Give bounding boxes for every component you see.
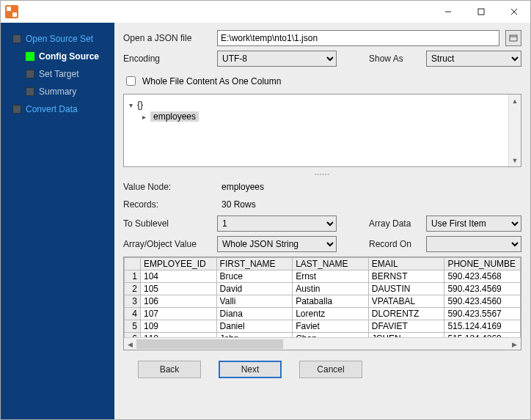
minimize-button[interactable] <box>431 1 464 23</box>
app-icon <box>5 5 18 18</box>
cell: DLORENTZ <box>368 308 444 320</box>
cell: Valli <box>216 295 293 308</box>
sublevel-label: To Sublevel <box>123 218 211 229</box>
value-node-value: employees <box>221 182 264 192</box>
row-number: 3 <box>125 295 141 308</box>
next-button[interactable]: Next <box>219 361 282 378</box>
back-button[interactable]: Back <box>138 361 201 378</box>
table-row[interactable]: 2105DavidAustinDAUSTIN590.423.4569 <box>125 283 521 295</box>
col-phone[interactable]: PHONE_NUMBE <box>444 258 521 270</box>
encoding-select[interactable]: UTF-8 <box>217 51 337 67</box>
close-button[interactable] <box>497 1 530 23</box>
table-row[interactable]: 4107DianaLorentzDLORENTZ590.423.5567 <box>125 308 521 320</box>
cell: 104 <box>141 270 217 283</box>
data-grid: EMPLOYEE_ID FIRST_NAME LAST_NAME EMAIL P… <box>123 257 521 350</box>
svg-rect-1 <box>478 9 484 15</box>
browse-button[interactable] <box>505 30 521 46</box>
records-label: Records: <box>123 199 221 210</box>
browse-icon <box>509 33 518 44</box>
cell: Lorentz <box>293 308 369 320</box>
app-window: Open Source Set Config Source Set Target… <box>0 0 531 420</box>
tree-node-employees[interactable]: employees <box>150 111 199 122</box>
scroll-left-icon[interactable]: ◀ <box>124 338 136 350</box>
step-config-source[interactable]: Config Source <box>5 48 110 65</box>
col-first-name[interactable]: FIRST_NAME <box>216 258 293 270</box>
step-summary[interactable]: Summary <box>5 83 110 100</box>
whole-file-label: Whole File Content As One Column <box>142 76 281 86</box>
wizard-sidebar: Open Source Set Config Source Set Target… <box>1 23 114 419</box>
scroll-down-icon[interactable]: ▼ <box>509 154 521 166</box>
table-row[interactable]: 5109DanielFavietDFAVIET515.124.4169 <box>125 320 521 333</box>
horizontal-scrollbar[interactable]: ◀ ▶ <box>124 337 521 350</box>
cell: Diana <box>216 308 293 320</box>
expand-icon[interactable]: ▸ <box>140 113 148 121</box>
step-open-source-set[interactable]: Open Source Set <box>5 30 110 48</box>
step-set-target[interactable]: Set Target <box>5 65 110 83</box>
json-tree[interactable]: ▾ {} ▸ employees ▲ ▼ <box>123 94 521 167</box>
cell: DFAVIET <box>368 320 444 333</box>
cell: BERNST <box>368 270 444 283</box>
tree-root-node[interactable]: {} <box>137 100 143 110</box>
row-number: 5 <box>125 320 141 333</box>
table-row[interactable]: 1104BruceErnstBERNST590.423.4568 <box>125 270 521 283</box>
scroll-thumb[interactable] <box>136 339 283 349</box>
cell: 105 <box>141 283 217 295</box>
cell: 590.423.4568 <box>444 270 521 283</box>
step-label: Summary <box>39 86 76 97</box>
cell: Pataballa <box>293 295 369 308</box>
cell: 109 <box>141 320 217 333</box>
open-file-label: Open a JSON file <box>123 33 211 43</box>
splitter[interactable]: ▪▪▪▪▪▪ <box>123 172 521 176</box>
cell: Bruce <box>216 270 293 283</box>
row-number: 4 <box>125 308 141 320</box>
row-number: 2 <box>125 283 141 295</box>
col-employee-id[interactable]: EMPLOYEE_ID <box>141 258 217 270</box>
whole-file-checkbox[interactable] <box>126 76 136 86</box>
encoding-label: Encoding <box>123 54 211 64</box>
cell: 590.423.4560 <box>444 295 521 308</box>
recordon-select[interactable] <box>426 236 521 252</box>
cell: 590.423.4569 <box>444 283 521 295</box>
table-row[interactable]: 3106ValliPataballaVPATABAL590.423.4560 <box>125 295 521 308</box>
value-node-label: Value Node: <box>123 182 221 192</box>
step-convert-data[interactable]: Convert Data <box>5 100 110 118</box>
step-label: Set Target <box>39 69 78 79</box>
table-header-row: EMPLOYEE_ID FIRST_NAME LAST_NAME EMAIL P… <box>125 258 521 270</box>
main-panel: Open a JSON file Encoding UTF-8 Show As … <box>114 23 530 419</box>
showas-label: Show As <box>369 54 420 64</box>
arraydata-label: Array Data <box>369 218 420 229</box>
cell: 590.423.5567 <box>444 308 521 320</box>
arrobj-select[interactable]: Whole JSON String <box>217 236 337 252</box>
titlebar <box>1 1 530 23</box>
recordon-label: Record On <box>369 239 420 249</box>
col-last-name[interactable]: LAST_NAME <box>293 258 369 270</box>
cell: Faviet <box>293 320 369 333</box>
maximize-button[interactable] <box>464 1 497 23</box>
col-email[interactable]: EMAIL <box>368 258 444 270</box>
table-corner <box>125 258 141 270</box>
cancel-button[interactable]: Cancel <box>299 361 362 378</box>
cell: 106 <box>141 295 217 308</box>
step-label: Open Source Set <box>26 34 93 44</box>
cell: David <box>216 283 293 295</box>
collapse-icon[interactable]: ▾ <box>127 101 135 109</box>
cell: 107 <box>141 308 217 320</box>
step-label: Config Source <box>39 51 99 62</box>
tree-scrollbar[interactable]: ▲ ▼ <box>508 95 521 166</box>
sublevel-select[interactable]: 1 <box>217 215 337 232</box>
arraydata-select[interactable]: Use First Item <box>426 215 521 232</box>
svg-rect-4 <box>510 35 517 41</box>
cell: 515.124.4169 <box>444 320 521 333</box>
records-value: 30 Rows <box>221 199 256 210</box>
showas-select[interactable]: Struct <box>426 51 521 67</box>
cell: VPATABAL <box>368 295 444 308</box>
step-label: Convert Data <box>26 104 78 114</box>
cell: Ernst <box>293 270 369 283</box>
arrobj-label: Array/Object Value <box>123 239 211 249</box>
scroll-up-icon[interactable]: ▲ <box>509 95 521 107</box>
file-path-input[interactable] <box>217 30 499 46</box>
cell: Austin <box>293 283 369 295</box>
cell: Daniel <box>216 320 293 333</box>
cell: DAUSTIN <box>368 283 444 295</box>
scroll-right-icon[interactable]: ▶ <box>508 338 521 350</box>
